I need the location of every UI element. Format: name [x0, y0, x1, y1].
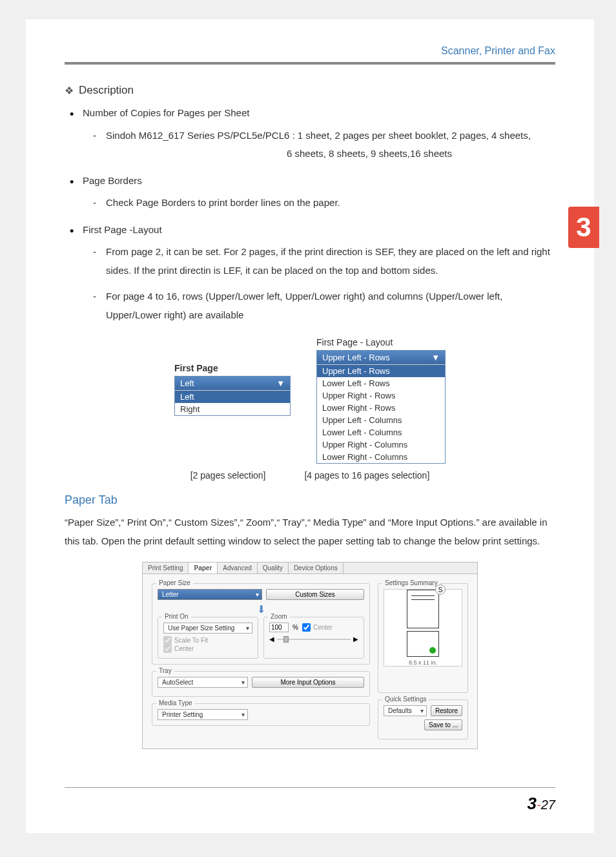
caption-2pages: [2 pages selection] [190, 470, 266, 480]
chevron-down-icon: ▼ [431, 353, 440, 362]
tray-legend: Tray [156, 667, 174, 674]
scale-to-fit-checkbox[interactable] [163, 636, 172, 645]
center-checkbox[interactable] [163, 645, 172, 653]
s-badge: S [435, 584, 446, 595]
paper-tab-heading: Paper Tab [65, 493, 555, 507]
layout-dropdown[interactable]: Upper Left - Rows ▼ Upper Left - Rows Lo… [316, 350, 446, 464]
chevron-down-icon: ▼ [276, 378, 285, 388]
zoom-center-label: Center [313, 624, 333, 631]
desc-item-borders: Page Borders Check Page Borders to print… [70, 172, 555, 212]
more-input-options-button[interactable]: More Input Options [252, 677, 364, 688]
tab-advanced[interactable]: Advanced [218, 563, 257, 573]
layout-opt-2[interactable]: Upper Right - Rows [317, 389, 445, 402]
tray-select[interactable]: AutoSelect [158, 677, 248, 688]
paper-size-select[interactable]: Letter [158, 589, 262, 600]
media-type-legend: Media Type [156, 699, 195, 707]
preview-box: S 8.5 x 11 in. [384, 589, 462, 666]
settings-summary-legend: Settings Summary [382, 579, 440, 586]
sheet-icon [407, 590, 439, 628]
layout-dd-label: First Page - Layout [316, 337, 446, 347]
header-title: Scanner, Printer and Fax [65, 45, 555, 65]
desc-sub-borders: Check Page Borders to print border lines… [93, 194, 555, 212]
paper-tab-body: “Paper Size”,“ Print On”,“ Custom Sizes”… [65, 513, 555, 550]
firstpage-option-right[interactable]: Right [175, 403, 290, 415]
custom-sizes-button[interactable]: Custom Sizes [266, 589, 364, 600]
zoom-slider[interactable]: ◀ ▶ [269, 635, 358, 643]
paper-size-legend: Paper Size [156, 579, 193, 586]
slider-left-icon: ◀ [269, 635, 274, 643]
restore-button[interactable]: Restore [431, 705, 462, 716]
tab-quality[interactable]: Quality [258, 563, 289, 573]
firstpage-dd-selected: Left [180, 378, 194, 388]
print-on-select[interactable]: Use Paper Size Setting [163, 623, 252, 634]
description-heading-text: Description [79, 84, 134, 97]
center-label: Center [174, 645, 194, 652]
print-settings-dialog: Print Setting Paper Advanced Quality Dev… [142, 562, 478, 749]
desc-item-firstpage: First Page -Layout From page 2, it can b… [70, 222, 555, 325]
layout-opt-6[interactable]: Upper Right - Columns [317, 439, 445, 451]
layout-dd-selected: Upper Left - Rows [322, 353, 390, 362]
layout-opt-1[interactable]: Lower Left - Rows [317, 377, 445, 389]
diamond-icon: ❖ [65, 85, 74, 97]
quick-settings-select[interactable]: Defaults [384, 705, 427, 716]
scale-to-fit-label: Scale To Fit [174, 637, 208, 644]
desc-sub-fp2: For page 4 to 16, rows (Upper/Lower left… [93, 287, 555, 324]
slider-right-icon: ▶ [353, 635, 358, 643]
desc-sub-copies-line1: Sindoh M612_617 Series PS/PCL5e/PCL6 : 1… [93, 127, 555, 163]
tab-print-setting[interactable]: Print Setting [143, 563, 189, 573]
firstpage-option-left[interactable]: Left [175, 391, 290, 403]
caption-4to16: [4 pages to 16 pages selection] [304, 470, 429, 480]
quick-settings-legend: Quick Settings [382, 696, 429, 703]
media-type-select[interactable]: Printer Setting [158, 709, 248, 720]
layout-opt-5[interactable]: Lower Left - Columns [317, 426, 445, 439]
firstpage-dd-label: First Page [174, 363, 291, 373]
printer-icon [407, 631, 439, 657]
zoom-unit: % [293, 624, 298, 631]
zoom-legend: Zoom [268, 613, 290, 620]
print-on-legend: Print On [162, 613, 191, 620]
layout-opt-3[interactable]: Lower Right - Rows [317, 402, 445, 414]
paper-dimensions: 8.5 x 11 in. [409, 659, 437, 666]
desc-sub-fp1: From page 2, it can be set. For 2 pages,… [93, 243, 555, 280]
zoom-input[interactable] [269, 623, 289, 632]
layout-opt-7[interactable]: Lower Right - Columns [317, 451, 445, 463]
layout-opt-4[interactable]: Upper Left - Columns [317, 414, 445, 426]
tab-device-options[interactable]: Device Options [289, 563, 344, 573]
layout-opt-0[interactable]: Upper Left - Rows [317, 365, 445, 377]
zoom-center-checkbox[interactable] [302, 623, 311, 632]
description-heading: ❖ Description [65, 84, 555, 97]
page-number: 3-27 [528, 794, 555, 814]
tab-paper[interactable]: Paper [189, 563, 218, 573]
save-to-button[interactable]: Save to ... [424, 719, 462, 730]
chapter-tab-badge: 3 [568, 207, 599, 248]
firstpage-dropdown[interactable]: Left ▼ Left Right [174, 376, 291, 416]
desc-item-copies: Number of Copies for Pages per Sheet Sin… [70, 105, 555, 163]
